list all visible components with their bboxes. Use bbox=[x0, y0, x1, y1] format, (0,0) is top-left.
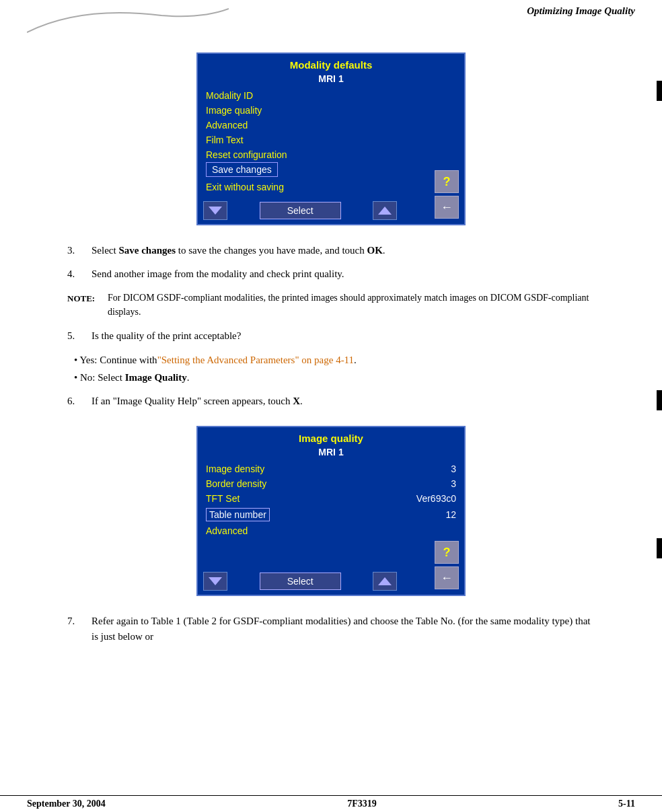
footer-date: September 30, 2004 bbox=[27, 799, 106, 809]
steps-section-4: 7. Refer again to Table 1 (Table 2 for G… bbox=[54, 610, 608, 648]
bullet-item-no: No: Select Image Quality. bbox=[74, 369, 608, 385]
step-3: 3. Select Save changes to save the chang… bbox=[67, 243, 595, 258]
panel2-bottom: Select bbox=[198, 568, 464, 595]
menu-item-save-changes[interactable]: Save changes bbox=[206, 162, 278, 177]
advanced-label: Advanced bbox=[206, 525, 248, 536]
panel2-wrapper: Image quality MRI 1 Image density 3 Bord… bbox=[54, 419, 608, 610]
page-content: Modality defaults MRI 1 Modality ID Imag… bbox=[0, 39, 662, 661]
panel1-select-button[interactable]: Select bbox=[260, 202, 341, 219]
panel1-back-button[interactable]: ← bbox=[435, 196, 459, 219]
panel1-help-back: ? ← bbox=[435, 170, 459, 219]
step-5-number: 5. bbox=[67, 328, 91, 344]
border-density-value: 3 bbox=[451, 478, 456, 489]
image-density-label: Image density bbox=[206, 464, 264, 474]
panel1-wrapper: Modality defaults MRI 1 Modality ID Imag… bbox=[54, 46, 608, 239]
step-5: 5. Is the quality of the print acceptabl… bbox=[67, 328, 595, 344]
step-7-number: 7. bbox=[67, 614, 91, 644]
panel1-title: Modality defaults bbox=[198, 54, 464, 73]
step-7-content: Refer again to Table 1 (Table 2 for GSDF… bbox=[91, 614, 595, 644]
row-border-density[interactable]: Border density 3 bbox=[198, 476, 464, 491]
steps-section-3: 6. If an "Image Quality Help" screen app… bbox=[54, 390, 608, 413]
menu-item-modality-id[interactable]: Modality ID bbox=[198, 88, 464, 103]
panel2-title: Image quality bbox=[198, 427, 464, 447]
step-4-number: 4. bbox=[67, 266, 91, 282]
step-6-number: 6. bbox=[67, 394, 91, 409]
menu-item-advanced[interactable]: Advanced bbox=[198, 118, 464, 133]
menu-item-film-text[interactable]: Film Text bbox=[198, 133, 464, 147]
panel1-subtitle: MRI 1 bbox=[198, 73, 464, 88]
menu-item-image-quality[interactable]: Image quality bbox=[198, 103, 464, 118]
step-3-number: 3. bbox=[67, 243, 91, 258]
menu-item-reset-config[interactable]: Reset configuration bbox=[198, 147, 464, 162]
page-title: Optimizing Image Quality bbox=[527, 5, 635, 17]
border-density-label: Border density bbox=[206, 478, 266, 489]
panel2-help-button[interactable]: ? bbox=[435, 541, 459, 564]
tft-set-label: TFT Set bbox=[206, 493, 240, 504]
step-4: 4. Send another image from the modality … bbox=[67, 266, 595, 282]
menu-item-exit[interactable]: Exit without saving bbox=[198, 180, 464, 194]
panel2-subtitle: MRI 1 bbox=[198, 447, 464, 462]
step-4-content: Send another image from the modality and… bbox=[91, 266, 595, 282]
note-label: NOTE: bbox=[67, 291, 108, 319]
image-density-value: 3 bbox=[451, 464, 456, 474]
step-7: 7. Refer again to Table 1 (Table 2 for G… bbox=[67, 614, 595, 644]
step-3-content: Select Save changes to save the changes … bbox=[91, 243, 595, 258]
note-content: For DICOM GSDF-compliant modalities, the… bbox=[108, 291, 595, 319]
modality-defaults-panel: Modality defaults MRI 1 Modality ID Imag… bbox=[196, 52, 466, 225]
row-tft-set[interactable]: TFT Set Ver693c0 bbox=[198, 491, 464, 506]
row-table-number[interactable]: Table number 12 bbox=[198, 506, 464, 523]
panel1-up-arrow[interactable] bbox=[373, 201, 397, 220]
steps-section-1: 3. Select Save changes to save the chang… bbox=[54, 239, 608, 285]
step-5-content: Is the quality of the print acceptable? bbox=[91, 328, 595, 344]
step-6: 6. If an "Image Quality Help" screen app… bbox=[67, 394, 595, 409]
panel2-help-back: ? ← bbox=[435, 541, 459, 589]
panel1-help-button[interactable]: ? bbox=[435, 170, 459, 193]
note-block: NOTE: For DICOM GSDF-compliant modalitie… bbox=[54, 291, 608, 319]
step-6-content: If an "Image Quality Help" screen appear… bbox=[91, 394, 595, 409]
panel2-down-arrow[interactable] bbox=[203, 572, 227, 591]
steps-section-2: 5. Is the quality of the print acceptabl… bbox=[54, 324, 608, 348]
panel1-bottom: Select bbox=[198, 197, 464, 224]
bullet-item-yes: Yes: Continue with"Setting the Advanced … bbox=[74, 352, 608, 368]
image-quality-panel: Image quality MRI 1 Image density 3 Bord… bbox=[196, 426, 466, 596]
table-number-label: Table number bbox=[206, 508, 270, 521]
panel2-up-arrow[interactable] bbox=[373, 572, 397, 591]
panel2-select-button[interactable]: Select bbox=[260, 573, 341, 590]
row-image-density[interactable]: Image density 3 bbox=[198, 462, 464, 476]
table-number-value: 12 bbox=[445, 509, 456, 520]
panel2-back-button[interactable]: ← bbox=[435, 566, 459, 589]
tft-set-value: Ver693c0 bbox=[416, 493, 456, 504]
footer-doc-num: 7F3319 bbox=[347, 799, 377, 809]
page-footer: September 30, 2004 7F3319 5-11 bbox=[0, 795, 662, 812]
page-header: Optimizing Image Quality bbox=[0, 0, 662, 39]
footer-page: 5-11 bbox=[618, 799, 635, 809]
bullet-list: Yes: Continue with"Setting the Advanced … bbox=[74, 352, 608, 385]
row-advanced[interactable]: Advanced bbox=[198, 523, 464, 538]
link-advanced-params[interactable]: "Setting the Advanced Parameters" on pag… bbox=[157, 355, 354, 365]
panel1-down-arrow[interactable] bbox=[203, 201, 227, 220]
